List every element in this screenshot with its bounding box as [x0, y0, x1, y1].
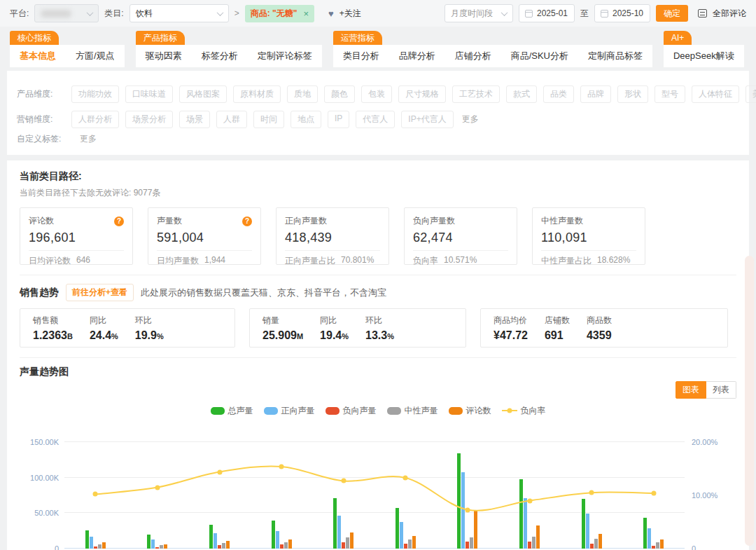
tab-row: DeepSeek解读 — [664, 45, 744, 67]
help-icon[interactable]: ? — [242, 216, 252, 226]
sales-metric: 店铺数691 — [536, 315, 578, 342]
filter-chip[interactable]: 场景 — [179, 111, 210, 128]
stat-card: 声量数?591,004日均声量数1,944 — [148, 207, 261, 265]
y-axis-tick: 0 — [55, 544, 59, 550]
topbar: 平台: 类目: 饮料 > 商品: "无糖" × ♥ +关注 月度时间段 2025… — [0, 0, 756, 27]
filter-chip[interactable]: IP+代言人 — [401, 111, 453, 128]
legend-item[interactable]: 总声量 — [211, 405, 253, 417]
stat-card-header: 正向声量数 — [285, 215, 380, 227]
nav-tab[interactable]: 类目分析 — [333, 45, 389, 67]
filter-chip[interactable]: 尺寸规格 — [398, 85, 446, 103]
stat-label: 中性声量数 — [541, 215, 583, 227]
sales-metric-value: ¥47.72 — [493, 329, 528, 342]
nav-group: 核心指标基本信息方面/观点 — [10, 31, 125, 67]
nav-tab[interactable]: 店铺分析 — [445, 45, 501, 67]
date-from-input[interactable]: 2025-01 — [519, 4, 575, 22]
nav-tab[interactable]: 定制评论标签 — [248, 45, 322, 67]
more-link[interactable]: 更多 — [462, 114, 479, 125]
all-comments-link[interactable]: 全部评论 — [713, 8, 746, 20]
neg-rate-point — [217, 469, 222, 474]
platform-value-blurred — [41, 10, 71, 18]
chevron-down-icon — [87, 9, 94, 16]
platform-select[interactable] — [34, 4, 99, 22]
category-path-title: 当前类目路径: — [20, 170, 736, 183]
help-icon[interactable]: ? — [114, 216, 124, 226]
stat-card: 负向声量数62,474负向率10.571% — [404, 207, 517, 265]
follow-button[interactable]: +关注 — [340, 8, 361, 20]
sales-metric-value: 1.2363B — [33, 329, 73, 342]
sales-metric-number: 25.909 — [262, 329, 297, 341]
goto-analysis-button[interactable]: 前往分析+查看 — [66, 284, 134, 301]
nav-tab[interactable]: 商品/SKU分析 — [501, 45, 578, 67]
legend-item[interactable]: 评论数 — [449, 405, 491, 417]
legend-label: 正向声量 — [281, 405, 315, 417]
filter-chip[interactable]: 包装 — [361, 85, 392, 103]
neg-rate-point — [403, 475, 408, 480]
nav-tab[interactable]: 定制商品标签 — [578, 45, 652, 67]
sales-metric-number: 24.4 — [90, 329, 111, 341]
sales-metric-label: 商品数 — [587, 315, 612, 326]
close-icon[interactable]: × — [303, 9, 309, 18]
neg-rate-point — [465, 507, 470, 512]
legend-item[interactable]: 中性声量 — [387, 405, 438, 417]
filter-chip[interactable]: 地点 — [290, 111, 321, 128]
filter-chip[interactable]: 品牌 — [580, 85, 611, 103]
filter-chip[interactable]: 工艺技术 — [452, 85, 500, 103]
legend-item[interactable]: 负向率 — [502, 405, 546, 417]
filter-chip[interactable]: 款式 — [506, 85, 537, 103]
sales-metric: 销量25.909M — [254, 315, 312, 342]
filter-chip[interactable]: 人群 — [216, 111, 247, 128]
filter-chip[interactable]: 美食 — [746, 85, 756, 103]
sales-card: 销量25.909M同比19.4%环比13.3% — [249, 308, 466, 348]
legend-item[interactable]: 负向声量 — [326, 405, 377, 417]
topbar-right: 月度时间段 2025-01 至 2025-10 确定 全部评论 — [444, 4, 746, 22]
filter-chip[interactable]: 功能功效 — [71, 85, 119, 103]
sales-metric: 环比13.3% — [357, 315, 402, 342]
keyword-tag[interactable]: 商品: "无糖" × — [245, 5, 314, 22]
filter-chip[interactable]: 时间 — [253, 111, 284, 128]
category-path-subtitle: 当前类目路径下去除无效评论: 9077条 — [20, 187, 736, 199]
right-axis-tick: 0 — [692, 544, 696, 550]
legend-item[interactable]: 正向声量 — [264, 405, 315, 417]
filter-chip[interactable]: 型号 — [654, 85, 685, 103]
nav-tab[interactable]: 品牌分析 — [389, 45, 445, 67]
nav-tab[interactable]: 标签分析 — [192, 45, 248, 67]
chart-toggle-button[interactable]: 图表 — [676, 381, 706, 399]
more-link[interactable]: 更多 — [80, 133, 97, 145]
stat-sub-label: 负向率 — [413, 255, 438, 267]
filter-chip[interactable]: 原料材质 — [233, 85, 281, 103]
date-to-input[interactable]: 2025-10 — [594, 4, 650, 22]
nav-tab[interactable]: 驱动因素 — [136, 45, 192, 67]
filter-chip[interactable]: 风格图案 — [179, 85, 227, 103]
chart-toggle-button[interactable]: 列表 — [706, 381, 736, 399]
stat-value: 591,004 — [157, 231, 252, 245]
sales-metric-unit: % — [387, 332, 394, 341]
sales-metric-label: 同比 — [320, 315, 349, 326]
indicator-ribbon: 运营指标 — [333, 31, 382, 45]
confirm-button[interactable]: 确定 — [656, 5, 688, 22]
filter-chip[interactable]: 形状 — [617, 85, 648, 103]
filter-chip[interactable]: 质地 — [287, 85, 318, 103]
filter-chip[interactable]: 代言人 — [356, 111, 395, 128]
main-panel: 当前类目路径: 当前类目路径下去除无效评论: 9077条 评论数?196,601… — [7, 160, 749, 550]
sales-metric-value: 19.9% — [135, 329, 164, 342]
filter-chip[interactable]: 口味味道 — [125, 85, 173, 103]
filter-chip[interactable]: 品类 — [543, 85, 574, 103]
filter-chip[interactable]: IP — [328, 111, 349, 128]
nav-tab[interactable]: DeepSeek解读 — [664, 45, 744, 67]
filter-chip[interactable]: 人群分析 — [71, 111, 119, 128]
category-select[interactable]: 饮料 — [130, 4, 229, 22]
nav-tab[interactable]: 基本信息 — [10, 45, 66, 67]
sales-metric-number: ¥47.72 — [493, 329, 528, 341]
stat-value: 196,601 — [29, 231, 124, 245]
period-select[interactable]: 月度时间段 — [444, 4, 513, 22]
volume-trend-title: 声量趋势图 — [20, 366, 69, 377]
filter-chip[interactable]: 场景分析 — [125, 111, 173, 128]
legend-swatch — [264, 407, 278, 415]
sales-card: 销售额1.2363B同比24.4%环比19.9% — [20, 308, 235, 348]
sales-trend-title: 销售趋势 — [20, 287, 59, 299]
nav-tab[interactable]: 方面/观点 — [66, 45, 125, 67]
stat-label: 正向声量数 — [285, 215, 327, 227]
filter-chip[interactable]: 人体特征 — [692, 85, 739, 103]
filter-chip[interactable]: 颜色 — [324, 85, 355, 103]
